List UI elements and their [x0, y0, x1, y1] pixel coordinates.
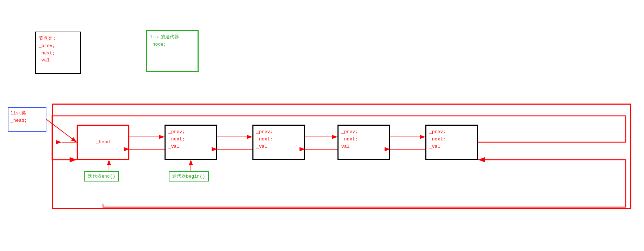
node-class-box: 节点类： _prev; _next; _val	[35, 32, 81, 74]
data-node-1: _prev; _next; _val	[165, 125, 217, 160]
iterator-class-box: list的迭代器 _node;	[146, 30, 199, 72]
data-node-2: _prev; _next; _val	[252, 125, 305, 160]
list-class-content: list类 _head;	[11, 110, 44, 125]
diagram-container: 节点类： _prev; _next; _val list的迭代器 _node; …	[0, 0, 644, 251]
end-label: 迭代器end()	[84, 171, 119, 181]
node-class-content: 节点类： _prev; _next; _val	[39, 35, 77, 64]
head-node-box: _head	[77, 125, 129, 160]
head-node-label: _head	[96, 139, 110, 146]
begin-label: 迭代器begin()	[169, 171, 209, 181]
data-node-4: _prev; _next; _val	[425, 125, 478, 160]
list-class-box: list类 _head;	[8, 107, 46, 132]
data-node-3: _prev; _next; val	[337, 125, 390, 160]
iterator-class-content: list的迭代器 _node;	[150, 34, 195, 48]
